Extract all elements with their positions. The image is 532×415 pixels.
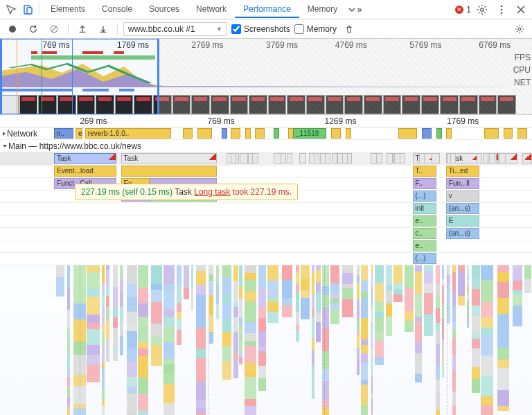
flame-column[interactable] bbox=[513, 265, 522, 415]
stack-frame[interactable]: E bbox=[446, 215, 479, 227]
selection-handle-left[interactable] bbox=[0, 39, 2, 114]
flame-column[interactable] bbox=[322, 265, 329, 415]
flame-column[interactable] bbox=[342, 265, 353, 415]
flame-column[interactable] bbox=[458, 265, 465, 415]
network-request[interactable] bbox=[222, 128, 227, 139]
stack-frame[interactable]: e.. bbox=[413, 240, 437, 251]
flame-column[interactable] bbox=[357, 265, 360, 415]
task-lane[interactable]: TaskTaskT..Task bbox=[0, 152, 532, 166]
network-request[interactable] bbox=[331, 128, 341, 139]
stack-frame[interactable]: (an...s) bbox=[446, 203, 479, 214]
flame-column[interactable] bbox=[138, 265, 148, 415]
flame-column[interactable] bbox=[386, 265, 392, 415]
flame-column[interactable] bbox=[127, 265, 136, 415]
task-block[interactable]: Task bbox=[54, 153, 116, 164]
timeline-overview[interactable]: 769 ms 1769 ms 2769 ms 3769 ms 4769 ms 5… bbox=[0, 39, 532, 115]
flame-column[interactable] bbox=[102, 265, 105, 415]
network-request[interactable] bbox=[197, 128, 212, 139]
task-block[interactable] bbox=[489, 153, 495, 164]
task-block[interactable] bbox=[477, 153, 482, 164]
task-block[interactable] bbox=[522, 153, 532, 164]
flame-column[interactable] bbox=[330, 265, 339, 415]
network-request[interactable] bbox=[255, 128, 265, 139]
long-task-link[interactable]: Long task bbox=[194, 187, 230, 197]
settings-icon[interactable] bbox=[474, 1, 490, 18]
kebab-icon[interactable] bbox=[493, 1, 510, 18]
expand-icon[interactable] bbox=[3, 132, 6, 136]
flame-column[interactable] bbox=[163, 265, 175, 415]
task-block[interactable] bbox=[371, 153, 377, 164]
flame-column[interactable] bbox=[424, 265, 433, 415]
task-block[interactable] bbox=[419, 153, 425, 164]
network-request[interactable]: reverb-1.6.0.. bbox=[85, 128, 171, 139]
task-block[interactable] bbox=[299, 153, 307, 164]
tab-network[interactable]: Network bbox=[188, 1, 235, 18]
network-request[interactable] bbox=[274, 128, 279, 139]
flame-column[interactable] bbox=[467, 265, 469, 415]
flame-column[interactable] bbox=[209, 265, 213, 415]
reload-record-button[interactable] bbox=[25, 21, 42, 37]
flame-column[interactable] bbox=[442, 265, 444, 415]
save-profile-button[interactable] bbox=[95, 21, 112, 37]
stack-frame[interactable]: (an...s) bbox=[446, 228, 479, 239]
network-request[interactable] bbox=[245, 128, 251, 139]
flame-chart[interactable] bbox=[0, 265, 532, 415]
main-track-header[interactable]: Main — https://www.bbc.co.uk/news bbox=[0, 140, 532, 152]
flame-column[interactable] bbox=[267, 265, 278, 415]
flame-column[interactable] bbox=[497, 265, 510, 415]
flame-column[interactable] bbox=[316, 265, 321, 415]
record-button[interactable] bbox=[4, 21, 21, 37]
network-request[interactable] bbox=[446, 128, 452, 139]
stack-frame[interactable]: Event...load bbox=[54, 166, 116, 177]
task-block[interactable] bbox=[450, 153, 456, 164]
tab-memory[interactable]: Memory bbox=[299, 1, 346, 18]
task-block[interactable] bbox=[325, 153, 330, 164]
flame-column[interactable] bbox=[258, 265, 266, 415]
network-request[interactable]: e bbox=[76, 128, 82, 139]
task-block[interactable] bbox=[483, 153, 488, 164]
flame-column[interactable] bbox=[106, 265, 109, 415]
task-block[interactable] bbox=[432, 153, 440, 164]
flame-column[interactable] bbox=[371, 265, 373, 415]
stack-frame[interactable]: (...) bbox=[413, 253, 437, 264]
flame-column[interactable] bbox=[301, 265, 310, 415]
flame-column[interactable] bbox=[151, 265, 161, 415]
flame-column[interactable] bbox=[184, 265, 189, 415]
gc-button[interactable] bbox=[341, 21, 357, 37]
task-block[interactable] bbox=[240, 153, 248, 164]
stack-frame[interactable]: e.. bbox=[413, 215, 437, 227]
network-track[interactable]: Network n..ereverb-1.6.0.._11518 bbox=[0, 127, 532, 140]
flame-column[interactable] bbox=[222, 265, 231, 415]
close-icon[interactable] bbox=[513, 1, 529, 18]
flame-column[interactable] bbox=[282, 265, 292, 415]
flame-column[interactable] bbox=[196, 265, 206, 415]
stack-frame[interactable] bbox=[121, 166, 217, 177]
flame-column[interactable] bbox=[375, 265, 384, 415]
clear-button[interactable] bbox=[46, 21, 62, 37]
stack-frame[interactable]: (...) bbox=[413, 191, 437, 202]
flame-column[interactable] bbox=[216, 265, 219, 415]
flame-column[interactable] bbox=[524, 265, 531, 415]
network-request[interactable] bbox=[231, 128, 240, 139]
network-request[interactable] bbox=[517, 128, 527, 139]
stack-frame[interactable]: v bbox=[446, 191, 479, 202]
stack-frame[interactable]: Fun...ll bbox=[446, 178, 479, 189]
load-profile-button[interactable] bbox=[74, 21, 91, 37]
screenshots-checkbox[interactable]: Screenshots bbox=[231, 24, 290, 34]
network-request[interactable] bbox=[484, 128, 499, 139]
flame-column[interactable] bbox=[113, 265, 117, 415]
tab-elements[interactable]: Elements bbox=[42, 1, 94, 18]
network-request[interactable] bbox=[436, 128, 442, 139]
network-request[interactable] bbox=[346, 128, 351, 139]
flame-column[interactable] bbox=[56, 265, 65, 415]
network-request[interactable] bbox=[398, 128, 418, 139]
call-stack[interactable]: Event...loadT..Ti...edFunct...CallEv...F… bbox=[0, 166, 532, 265]
flame-column[interactable] bbox=[481, 265, 493, 415]
network-request[interactable]: _11518 bbox=[293, 128, 326, 139]
flame-column[interactable] bbox=[191, 265, 193, 415]
flame-column[interactable] bbox=[239, 265, 242, 415]
stack-frame[interactable]: T.. bbox=[413, 166, 437, 177]
task-block[interactable] bbox=[400, 153, 405, 164]
stack-frame[interactable]: c.. bbox=[413, 228, 437, 239]
flame-column[interactable] bbox=[233, 265, 238, 415]
